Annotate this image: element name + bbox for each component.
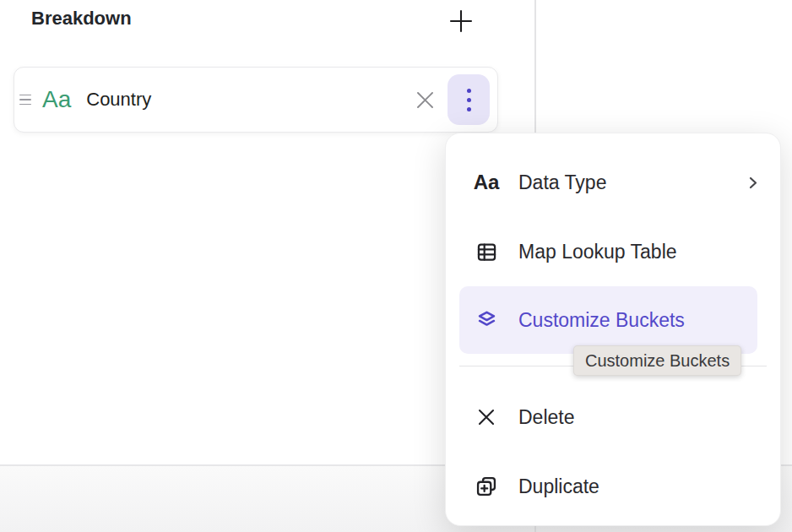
x-icon — [474, 407, 499, 427]
menu-item-delete[interactable]: Delete — [446, 383, 780, 452]
menu-item-customize-buckets[interactable]: Customize Buckets — [459, 286, 757, 354]
chevron-right-icon — [746, 176, 760, 190]
field-name: Country — [86, 89, 151, 111]
menu-item-label: Customize Buckets — [518, 309, 685, 332]
field-options-button[interactable] — [448, 74, 490, 125]
breakdown-field-card[interactable]: Aa Country — [14, 67, 498, 133]
menu-item-label: Delete — [518, 406, 574, 429]
menu-item-label: Data Type — [518, 171, 606, 194]
remove-field-button[interactable] — [410, 85, 439, 114]
drag-handle-icon[interactable] — [19, 95, 31, 106]
breakdown-panel: Breakdown Aa Country Aa Data — [0, 0, 792, 532]
duplicate-copy-icon — [474, 475, 499, 498]
stacked-layers-icon — [474, 308, 499, 333]
text-type-icon: Aa — [42, 88, 71, 111]
menu-item-data-type[interactable]: Aa Data Type — [446, 148, 780, 217]
kebab-menu-icon — [467, 89, 471, 111]
field-options-menu: Aa Data Type Map Lookup Table — [445, 133, 781, 526]
menu-item-map-lookup-table[interactable]: Map Lookup Table — [446, 217, 780, 286]
menu-item-duplicate[interactable]: Duplicate — [446, 452, 780, 521]
table-grid-icon — [474, 241, 499, 263]
customize-buckets-tooltip: Customize Buckets — [573, 345, 741, 376]
menu-item-label: Map Lookup Table — [518, 241, 677, 263]
page-title: Breakdown — [31, 8, 132, 30]
menu-item-label: Duplicate — [518, 475, 599, 498]
close-icon — [415, 90, 436, 111]
plus-icon — [448, 8, 474, 34]
add-breakdown-button[interactable] — [447, 7, 475, 35]
data-type-aa-icon: Aa — [474, 172, 499, 193]
